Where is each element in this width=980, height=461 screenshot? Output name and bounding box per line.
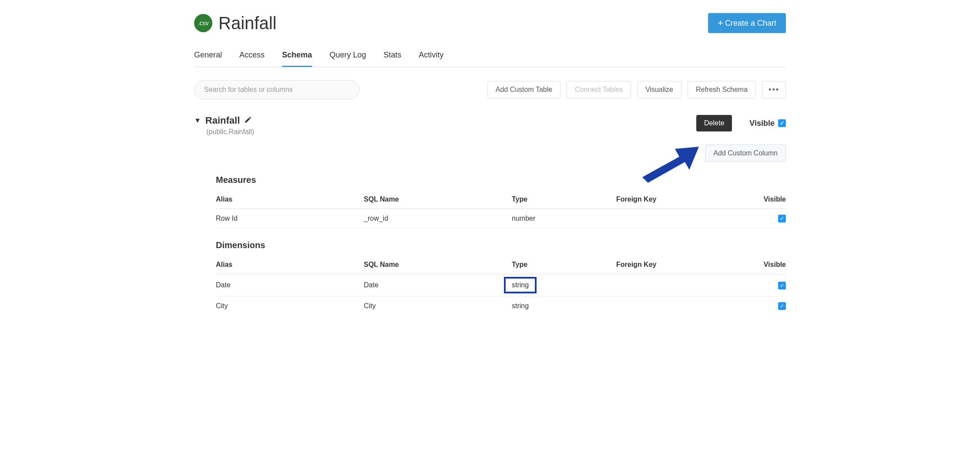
table-visible-checkbox[interactable]: ✓ [778, 119, 786, 127]
edit-icon[interactable] [244, 116, 252, 126]
col-header-visible: Visible [755, 261, 786, 269]
page-title: Rainfall [218, 13, 276, 33]
dimensions-header-row: Alias SQL Name Type Foreign Key Visible [216, 256, 786, 274]
col-header-foreign-key: Foreign Key [616, 261, 755, 269]
col-header-type: Type [512, 195, 616, 203]
tab-query-log[interactable]: Query Log [329, 50, 366, 67]
row-visible-checkbox[interactable]: ✓ [778, 215, 786, 222]
more-button[interactable]: ••• [762, 81, 786, 98]
col-header-foreign-key: Foreign Key [616, 195, 755, 203]
col-header-visible: Visible [755, 195, 786, 203]
table-row[interactable]: City City string ✓ [216, 296, 786, 315]
col-header-type: Type [512, 261, 616, 269]
csv-badge-icon: .csv [194, 14, 212, 32]
cell-alias: Row Id [216, 215, 364, 222]
add-custom-column-button[interactable]: Add Custom Column [705, 145, 786, 162]
cell-sql-name: _row_id [364, 215, 512, 222]
tab-access[interactable]: Access [239, 50, 265, 67]
cell-sql-name: Date [364, 281, 512, 289]
table-row[interactable]: Row Id _row_id number ✓ [216, 209, 786, 228]
tab-general[interactable]: General [194, 50, 222, 67]
create-chart-label: Create a Chart [725, 19, 776, 28]
search-input[interactable] [194, 80, 359, 99]
tab-stats[interactable]: Stats [383, 50, 401, 67]
col-header-alias: Alias [216, 195, 364, 203]
measures-header-row: Alias SQL Name Type Foreign Key Visible [216, 190, 786, 209]
cell-type: number [512, 215, 616, 222]
col-header-sql-name: SQL Name [364, 195, 512, 203]
refresh-schema-button[interactable]: Refresh Schema [688, 81, 756, 98]
plus-icon: + [718, 18, 723, 28]
row-visible-checkbox[interactable]: ✓ [778, 302, 786, 310]
visualize-button[interactable]: Visualize [637, 81, 681, 98]
cell-alias: Date [216, 281, 364, 289]
dimensions-heading: Dimensions [216, 240, 786, 250]
measures-heading: Measures [216, 175, 786, 185]
tab-schema[interactable]: Schema [282, 50, 312, 67]
col-header-sql-name: SQL Name [364, 261, 512, 269]
add-custom-table-button[interactable]: Add Custom Table [487, 81, 560, 98]
cell-type-highlighted: string [504, 277, 537, 293]
table-name: Rainfall [205, 115, 240, 126]
table-row[interactable]: Date Date string ✓ [216, 274, 786, 296]
col-header-alias: Alias [216, 261, 364, 269]
table-subtitle: (public.Rainfall) [206, 128, 254, 136]
connect-tables-button[interactable]: Connect Tables [567, 81, 631, 98]
cell-alias: City [216, 302, 364, 310]
delete-button[interactable]: Delete [696, 115, 732, 131]
tab-activity[interactable]: Activity [419, 50, 443, 67]
create-chart-button[interactable]: + Create a Chart [708, 13, 786, 33]
collapse-caret-icon[interactable]: ▼ [194, 117, 201, 125]
visible-label: Visible [749, 119, 775, 128]
row-visible-checkbox[interactable]: ✓ [778, 282, 786, 289]
cell-sql-name: City [364, 302, 512, 310]
cell-type: string [512, 302, 616, 310]
tabs: General Access Schema Query Log Stats Ac… [194, 50, 786, 67]
